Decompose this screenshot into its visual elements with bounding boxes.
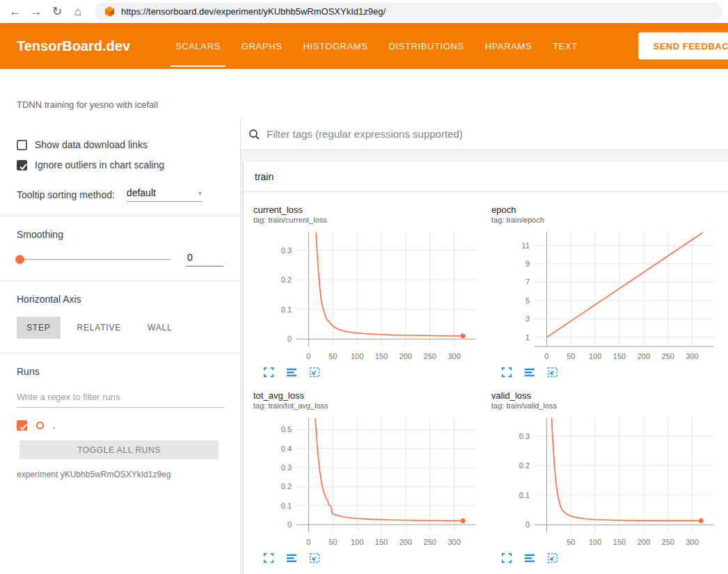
tag-group-header[interactable]: train: [244, 161, 728, 192]
svg-text:200: 200: [638, 352, 650, 360]
fit-domain-icon[interactable]: [309, 552, 320, 564]
svg-text:0: 0: [306, 538, 310, 546]
svg-text:100: 100: [589, 352, 601, 360]
home-icon[interactable]: ⌂: [68, 2, 88, 22]
svg-text:50: 50: [329, 352, 337, 360]
fit-domain-icon[interactable]: [547, 367, 558, 378]
chart-plot[interactable]: 05010015020025030000.10.20.3: [253, 227, 483, 365]
show-download-links-row: Show data download links: [0, 139, 240, 150]
svg-text:0.1: 0.1: [281, 502, 292, 510]
forward-icon[interactable]: →: [26, 2, 46, 22]
svg-text:0.1: 0.1: [281, 305, 292, 314]
svg-text:0.2: 0.2: [281, 276, 292, 284]
experiment-description: TDNN training for yesno with icefall: [0, 69, 728, 118]
svg-text:0.3: 0.3: [281, 463, 292, 472]
chart-plot[interactable]: 05010015020025030000.10.20.30.40.5: [253, 413, 483, 550]
ignore-outliers-checkbox[interactable]: [17, 160, 27, 170]
url-text: https://tensorboard.dev/experiment/yKUbh…: [121, 6, 386, 17]
svg-text:0: 0: [287, 335, 292, 343]
smoothing-slider[interactable]: [17, 259, 171, 260]
svg-text:11: 11: [522, 241, 530, 250]
log-scale-icon[interactable]: [524, 552, 535, 564]
svg-text:5: 5: [525, 296, 530, 305]
smoothing-value-input[interactable]: 0: [186, 252, 223, 266]
app-title: TensorBoard.dev: [17, 38, 130, 54]
smoothing-label: Smoothing: [0, 229, 240, 240]
svg-text:0: 0: [287, 520, 292, 529]
expand-chart-icon[interactable]: [501, 552, 512, 564]
chart-toolbar: [491, 367, 728, 378]
main-content: train current_loss tag: train/current_lo…: [241, 118, 728, 574]
axis-wall-button[interactable]: WALL: [138, 317, 182, 339]
log-scale-icon[interactable]: [524, 367, 535, 378]
horizontal-axis-buttons: STEP RELATIVE WALL: [0, 317, 240, 339]
smoothing-slider-thumb[interactable]: [15, 255, 24, 264]
expand-chart-icon[interactable]: [263, 367, 274, 378]
log-scale-icon[interactable]: [286, 552, 297, 564]
chart-toolbar: [253, 552, 491, 564]
run-checkbox[interactable]: [17, 420, 27, 431]
expand-chart-icon[interactable]: [501, 367, 512, 378]
svg-text:0.1: 0.1: [519, 491, 530, 500]
fit-domain-icon[interactable]: [547, 552, 558, 564]
chart-plot[interactable]: 0501001502002503001357911: [491, 227, 721, 365]
log-scale-icon[interactable]: [286, 367, 297, 378]
run-color-ring-icon[interactable]: [36, 422, 44, 429]
fit-domain-icon[interactable]: [309, 367, 320, 378]
tab-scalars[interactable]: SCALARS: [165, 23, 231, 69]
svg-text:200: 200: [399, 538, 412, 546]
show-download-links-checkbox[interactable]: [17, 140, 27, 150]
runs-filter-input[interactable]: [17, 389, 224, 408]
send-feedback-button[interactable]: SEND FEEDBACK: [638, 33, 728, 60]
svg-text:0.2: 0.2: [519, 461, 530, 470]
svg-text:0.5: 0.5: [281, 425, 292, 433]
svg-text:200: 200: [638, 538, 650, 546]
url-bar[interactable]: https://tensorboard.dev/experiment/yKUbh…: [95, 3, 722, 21]
svg-text:50: 50: [329, 538, 337, 546]
search-icon: [248, 128, 260, 141]
svg-text:100: 100: [351, 538, 363, 546]
tooltip-sorting-select[interactable]: default ▾: [127, 187, 202, 202]
chevron-down-icon: ▾: [198, 189, 202, 197]
svg-text:0: 0: [306, 352, 310, 360]
settings-sidebar: Show data download links Ignore outliers…: [0, 118, 241, 574]
back-icon[interactable]: ←: [6, 2, 25, 22]
ignore-outliers-row: Ignore outliers in chart scaling: [0, 159, 240, 170]
svg-text:1: 1: [525, 333, 530, 342]
run-name: .: [53, 420, 56, 431]
tab-hparams[interactable]: HPARAMS: [475, 23, 543, 69]
chart-toolbar: [491, 552, 728, 564]
svg-text:150: 150: [613, 538, 626, 546]
scalar-chart-card: current_loss tag: train/current_loss 050…: [253, 200, 491, 378]
divider: [0, 280, 240, 281]
chart-title: tot_avg_loss: [253, 390, 491, 401]
axis-relative-button[interactable]: RELATIVE: [68, 317, 132, 339]
scalar-chart-card: valid_loss tag: train/valid_loss 5010015…: [491, 386, 728, 564]
scalar-chart-card: epoch tag: train/epoch 05010015020025030…: [491, 200, 728, 378]
chart-tag: tag: train/valid_loss: [491, 401, 728, 410]
chart-toolbar: [253, 367, 491, 378]
reload-icon[interactable]: ↻: [47, 2, 67, 22]
tab-distributions[interactable]: DISTRIBUTIONS: [379, 23, 475, 69]
tensorboard-favicon: [104, 6, 115, 17]
ignore-outliers-label: Ignore outliers in chart scaling: [35, 159, 164, 170]
scalar-chart-card: tot_avg_loss tag: train/tot_avg_loss 050…: [253, 386, 491, 564]
browser-toolbar: ← → ↻ ⌂ https://tensorboard.dev/experime…: [0, 0, 728, 23]
svg-text:250: 250: [424, 538, 436, 546]
svg-text:0.3: 0.3: [281, 246, 292, 255]
svg-text:300: 300: [686, 352, 698, 360]
run-row: .: [0, 420, 240, 431]
tag-filter-input[interactable]: [267, 128, 721, 140]
charts-grid: current_loss tag: train/current_loss 050…: [244, 192, 728, 574]
tab-text[interactable]: TEXT: [542, 23, 588, 69]
svg-text:100: 100: [351, 352, 363, 360]
tab-histograms[interactable]: HISTOGRAMS: [292, 23, 378, 69]
axis-step-button[interactable]: STEP: [17, 317, 61, 339]
svg-text:150: 150: [375, 352, 388, 360]
expand-chart-icon[interactable]: [263, 552, 274, 564]
svg-text:250: 250: [662, 538, 674, 546]
tab-graphs[interactable]: GRAPHS: [231, 23, 293, 69]
toggle-all-runs-button[interactable]: TOGGLE ALL RUNS: [19, 440, 219, 459]
chart-plot[interactable]: 5010015020025030000.10.20.3: [491, 413, 721, 550]
chart-title: epoch: [491, 205, 728, 215]
